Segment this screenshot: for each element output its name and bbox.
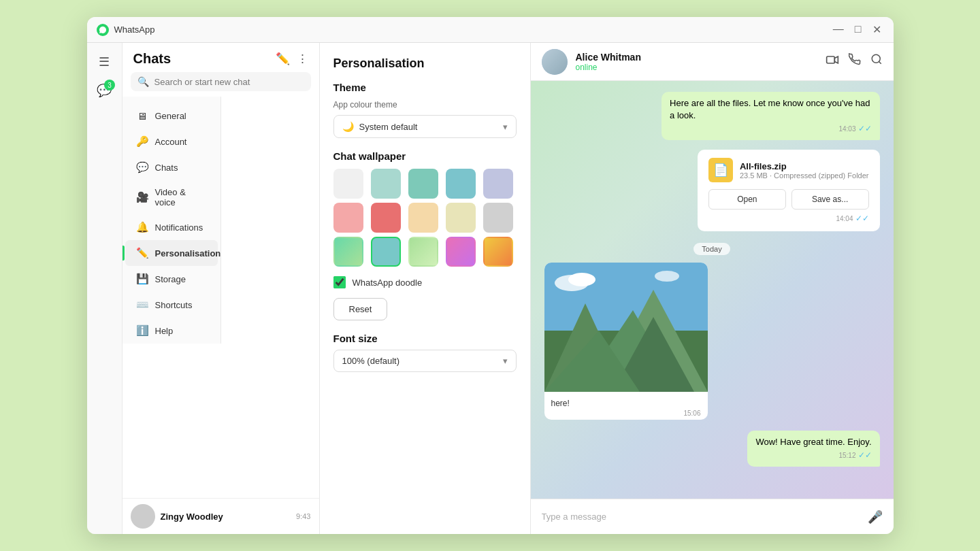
message-text-m1: Here are all the files. Let me know once… bbox=[670, 98, 870, 120]
message-text-m5: Wow! Have great time. Enjoy. bbox=[755, 437, 871, 447]
settings-label-general: General bbox=[155, 111, 186, 121]
settings-label-notifications: Notifications bbox=[155, 222, 203, 233]
settings-item-general[interactable]: 🖥 General bbox=[125, 103, 218, 129]
settings-item-account[interactable]: 🔑 Account bbox=[125, 129, 218, 154]
minimize-button[interactable]: — bbox=[830, 23, 847, 36]
settings-item-shortcuts[interactable]: ⌨️ Shortcuts bbox=[125, 292, 218, 318]
settings-item-chats[interactable]: 💬 Chats bbox=[125, 154, 218, 180]
chat-header: Alice Whitman online bbox=[531, 43, 894, 81]
main-layout: ☰ 💬 3 Chats ✏️ ⋮ 🔍 🖥 bbox=[87, 43, 894, 534]
date-divider: Today bbox=[544, 242, 880, 254]
file-actions: Open Save as... bbox=[708, 189, 869, 210]
settings-item-video-voice[interactable]: 🎥 Video & voice bbox=[125, 180, 218, 214]
svg-point-2 bbox=[872, 54, 880, 63]
read-tick-m1: ✓✓ bbox=[858, 123, 872, 135]
wallpaper-swatch-w2[interactable] bbox=[371, 169, 401, 199]
settings-label-account: Account bbox=[155, 137, 187, 147]
settings-item-notifications[interactable]: 🔔 Notifications bbox=[125, 214, 218, 240]
wallpaper-swatch-w12[interactable] bbox=[371, 237, 401, 267]
wallpaper-swatch-w11[interactable] bbox=[333, 237, 363, 267]
message-time-m5: 15:12 ✓✓ bbox=[755, 450, 871, 461]
file-read-tick: ✓✓ bbox=[855, 214, 869, 223]
wallpaper-swatch-w6[interactable] bbox=[333, 203, 363, 233]
wallpaper-swatch-w3[interactable] bbox=[408, 169, 438, 199]
settings-panel: 🖥 General 🔑 Account 💬 Chats 🎥 Video & vo… bbox=[122, 97, 221, 344]
wallpaper-swatch-w8[interactable] bbox=[408, 203, 438, 233]
wallpaper-swatch-w4[interactable] bbox=[446, 169, 476, 199]
video-icon: 🎥 bbox=[136, 191, 148, 203]
theme-chevron-icon: ▾ bbox=[503, 122, 508, 132]
font-size-heading: Font size bbox=[333, 333, 517, 344]
file-name: All-files.zip bbox=[740, 161, 869, 171]
doodle-label: WhatsApp doodle bbox=[353, 278, 423, 288]
contact-avatar bbox=[542, 49, 568, 75]
settings-item-storage[interactable]: 💾 Storage bbox=[125, 266, 218, 292]
account-icon: 🔑 bbox=[136, 135, 148, 148]
app-window: WhatsApp — □ ✕ ☰ 💬 3 Chats ✏️ ⋮ bbox=[87, 17, 894, 534]
chat-input-bar: 🎤 bbox=[531, 499, 894, 534]
doodle-checkbox[interactable] bbox=[333, 276, 346, 288]
reset-button[interactable]: Reset bbox=[333, 298, 388, 320]
chats-header-icons: ✏️ ⋮ bbox=[276, 52, 308, 66]
message-m4: here! 15:06 bbox=[544, 263, 880, 425]
voice-call-button[interactable] bbox=[849, 53, 861, 70]
maximize-button[interactable]: □ bbox=[852, 23, 864, 36]
settings-item-personalisation[interactable]: ✏️ Personalisation bbox=[125, 240, 218, 266]
title-bar: WhatsApp — □ ✕ bbox=[87, 17, 894, 43]
svg-point-10 bbox=[568, 273, 595, 286]
chats-header: Chats ✏️ ⋮ bbox=[122, 43, 319, 72]
video-call-button[interactable] bbox=[826, 53, 839, 70]
chat-search-button[interactable] bbox=[870, 53, 883, 70]
save-file-button[interactable]: Save as... bbox=[791, 189, 869, 210]
message-bubble-m5: Wow! Have great time. Enjoy. 15:12 ✓✓ bbox=[747, 431, 879, 467]
contact-info: Alice Whitman online bbox=[576, 52, 817, 72]
chats-icon-button[interactable]: 💬 3 bbox=[92, 78, 116, 103]
mic-icon[interactable]: 🎤 bbox=[868, 510, 883, 524]
message-bubble-m1: Here are all the files. Let me know once… bbox=[662, 92, 879, 140]
read-tick-m5: ✓✓ bbox=[858, 450, 872, 461]
personalisation-panel: Personalisation Theme App colour theme 🌙… bbox=[320, 43, 531, 534]
wallpaper-swatch-w15[interactable] bbox=[483, 237, 513, 267]
settings-label-personalisation: Personalisation bbox=[155, 248, 221, 258]
file-row: 📄 All-files.zip 23.5 MB · Compressed (zi… bbox=[708, 158, 869, 182]
file-info: All-files.zip 23.5 MB · Compressed (zipp… bbox=[740, 161, 869, 180]
wallpaper-swatch-w5[interactable] bbox=[483, 169, 513, 199]
wallpaper-swatch-w9[interactable] bbox=[446, 203, 476, 233]
message-input[interactable] bbox=[542, 512, 861, 522]
file-meta: 23.5 MB · Compressed (zipped) Folder bbox=[740, 171, 869, 180]
photo-time: 15:06 bbox=[551, 410, 701, 417]
wallpaper-swatch-w10[interactable] bbox=[483, 203, 513, 233]
filter-icon[interactable]: ⋮ bbox=[297, 52, 308, 66]
settings-item-help[interactable]: ℹ️ Help bbox=[125, 318, 218, 344]
contact-preview-name: Zingy Woodley bbox=[161, 512, 223, 522]
open-file-button[interactable]: Open bbox=[708, 189, 786, 210]
chats-panel: Chats ✏️ ⋮ 🔍 🖥 General 🔑 Account bbox=[122, 43, 320, 534]
search-input[interactable] bbox=[154, 77, 304, 87]
notifications-icon: 🔔 bbox=[136, 221, 148, 233]
font-size-section: Font size 100% (default) ▾ bbox=[333, 333, 517, 372]
hamburger-menu-button[interactable]: ☰ bbox=[92, 50, 116, 74]
contact-status: online bbox=[576, 63, 817, 72]
icon-sidebar: ☰ 💬 3 bbox=[87, 43, 122, 534]
contact-preview-time: 9:43 bbox=[296, 512, 310, 520]
contact-preview-info: Zingy Woodley bbox=[161, 512, 223, 522]
font-size-dropdown[interactable]: 100% (default) ▾ bbox=[333, 350, 517, 372]
bottom-contact-item[interactable]: Zingy Woodley 9:43 bbox=[122, 498, 319, 534]
theme-dropdown[interactable]: 🌙 System default ▾ bbox=[333, 115, 517, 138]
wallpaper-swatch-w13[interactable] bbox=[408, 237, 438, 267]
wallpaper-swatch-w1[interactable] bbox=[333, 169, 363, 199]
wallpaper-swatch-w14[interactable] bbox=[446, 237, 476, 267]
moon-icon: 🌙 bbox=[342, 121, 354, 132]
settings-label-shortcuts: Shortcuts bbox=[155, 300, 193, 310]
message-m1: Here are all the files. Let me know once… bbox=[544, 92, 880, 146]
contact-name: Alice Whitman bbox=[576, 52, 817, 63]
personalisation-title: Personalisation bbox=[333, 56, 517, 71]
photo-image bbox=[544, 263, 708, 392]
chat-messages: Here are all the files. Let me know once… bbox=[531, 81, 894, 499]
svg-point-11 bbox=[655, 271, 679, 282]
new-chat-icon[interactable]: ✏️ bbox=[276, 52, 290, 66]
close-button[interactable]: ✕ bbox=[870, 23, 884, 36]
personalisation-icon: ✏️ bbox=[136, 247, 148, 259]
chats-settings-icon: 💬 bbox=[136, 161, 148, 173]
wallpaper-swatch-w7[interactable] bbox=[371, 203, 401, 233]
